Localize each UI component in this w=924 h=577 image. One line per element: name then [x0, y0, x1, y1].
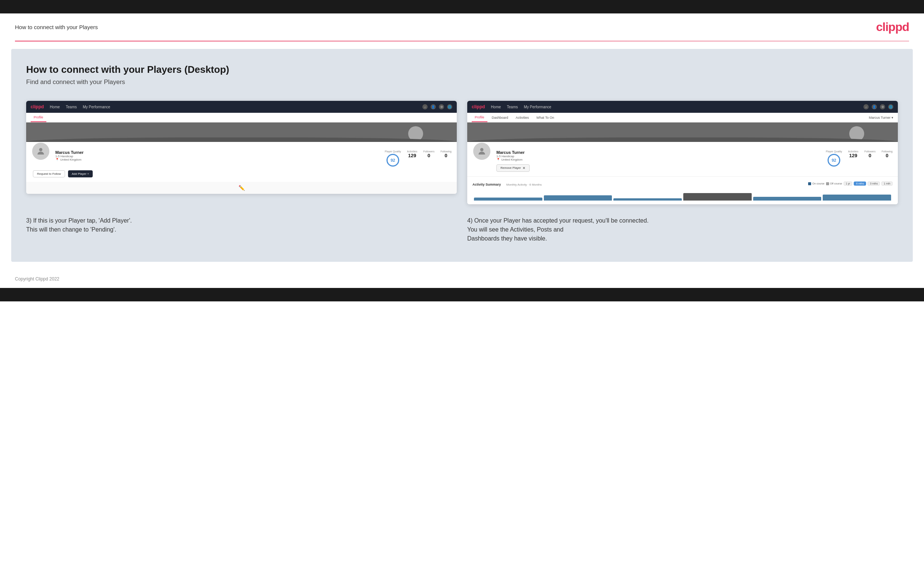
top-bar — [0, 0, 924, 13]
footer-copyright: Copyright Clippd 2022 — [15, 276, 60, 282]
screenshot-1-col: clippd Home Teams My Performance ⌕ 👤 ⚙ 🌐… — [26, 101, 457, 204]
mock-logo-1: clippd — [31, 104, 44, 110]
quality-circle-2: 92 — [827, 154, 840, 166]
mock-stat-followers-1: Followers 0 — [423, 150, 435, 158]
filter-1yr[interactable]: 1 yr — [844, 182, 853, 185]
add-player-button[interactable]: Add Player + — [68, 170, 93, 177]
settings-icon-2: ⚙ — [880, 104, 885, 110]
user-icon-1: 👤 — [431, 104, 436, 110]
player-handicap-1: 1-5 Handicap — [55, 155, 84, 158]
mock-tab-activities-2[interactable]: Activities — [513, 113, 532, 122]
close-icon-remove: ✕ — [523, 166, 525, 170]
player-handicap-2: 1-5 Handicap — [496, 155, 530, 158]
player-country-1: 📍 United Kingdom — [55, 158, 84, 161]
mock-browser-2: clippd Home Teams My Performance ⌕ 👤 ⚙ 🌐… — [467, 101, 898, 204]
mock-avatar-wrap-1: Marcus Turner 1-5 Handicap 📍 United King… — [31, 142, 452, 166]
filter-6mths[interactable]: 6 mths — [854, 182, 866, 185]
mock-tab-profile-2[interactable]: Profile — [472, 113, 488, 122]
on-course-dot — [808, 182, 811, 185]
filter-1mth[interactable]: 1 mth — [881, 182, 893, 185]
mock-stat-following-1: Following 0 — [440, 150, 452, 158]
chart-bar-6 — [823, 195, 891, 201]
chart-bar-5 — [753, 197, 822, 201]
mock-buttons-row-1: Request to Follow Add Player + — [33, 170, 452, 177]
header-logo: clippd — [876, 20, 909, 34]
player-country-2: 📍 United Kingdom — [496, 158, 530, 161]
mock-nav-icons-2: ⌕ 👤 ⚙ 🌐 — [863, 104, 893, 110]
location-icon-1: 📍 — [55, 158, 59, 161]
settings-icon-1: ⚙ — [439, 104, 444, 110]
mock-nav-2: clippd Home Teams My Performance ⌕ 👤 ⚙ 🌐 — [467, 101, 898, 113]
request-follow-button[interactable]: Request to Follow — [33, 170, 65, 177]
description-col-1: 3) If this is your Player tap, 'Add Play… — [26, 216, 457, 243]
header: How to connect with your Players clippd — [0, 13, 924, 41]
mock-stat-quality-1: Player Quality 92 — [384, 150, 401, 166]
quality-circle-1: 92 — [386, 154, 399, 166]
mock-player-info-1: Marcus Turner 1-5 Handicap 📍 United King… — [55, 142, 84, 161]
remove-player-button[interactable]: Remove Player ✕ — [496, 164, 530, 172]
mock-tab-profile-1[interactable]: Profile — [31, 113, 46, 122]
screenshot-2-col: clippd Home Teams My Performance ⌕ 👤 ⚙ 🌐… — [467, 101, 898, 204]
mock-nav-1: clippd Home Teams My Performance ⌕ 👤 ⚙ 🌐 — [26, 101, 457, 113]
screenshots-row: clippd Home Teams My Performance ⌕ 👤 ⚙ 🌐… — [26, 101, 898, 204]
mock-stat-activities-1: Activities 129 — [407, 150, 418, 158]
page-subheading: Find and connect with your Players — [26, 79, 898, 86]
bottom-bar — [0, 288, 924, 301]
chart-bar-3 — [613, 198, 682, 201]
globe-icon-1: 🌐 — [447, 104, 452, 110]
mock-tab-dashboard-2[interactable]: Dashboard — [489, 113, 511, 122]
avatar-1 — [31, 142, 50, 161]
mock-stat-quality-2: Player Quality 92 — [826, 150, 842, 166]
location-icon-2: 📍 — [496, 158, 500, 161]
mock-stat-following-2: Following 0 — [881, 150, 893, 158]
mock-activity-header-2: Activity Summary Monthly Activity · 6 Mo… — [472, 181, 893, 187]
chart-bar-1 — [474, 198, 542, 201]
chart-bar-2 — [544, 195, 612, 201]
svg-point-1 — [480, 148, 484, 151]
mock-nav-myperformance-1: My Performance — [82, 105, 110, 109]
off-course-dot — [826, 182, 829, 185]
mock-nav-home-1: Home — [50, 105, 60, 109]
mock-avatar-wrap-2: Marcus Turner 1-5 Handicap 📍 United King… — [472, 142, 893, 172]
filter-3mths[interactable]: 3 mths — [867, 182, 880, 185]
player-name-2: Marcus Turner — [496, 150, 530, 155]
mock-browser-1: clippd Home Teams My Performance ⌕ 👤 ⚙ 🌐… — [26, 101, 457, 194]
activity-title: Activity Summary — [472, 183, 501, 186]
wand-icon-1: ✏️ — [239, 185, 245, 191]
mock-tab-right-2: Marcus Turner ▾ — [869, 116, 893, 119]
mock-tabs-1: Profile — [26, 113, 457, 122]
mock-logo-2: clippd — [472, 104, 485, 110]
mock-nav-teams-1: Teams — [66, 105, 77, 109]
activity-subtitle: Monthly Activity · 6 Months — [506, 183, 542, 186]
chart-bar-4 — [683, 193, 752, 201]
avatar-2 — [472, 142, 491, 161]
header-divider — [15, 41, 909, 42]
main-content: How to connect with your Players (Deskto… — [11, 49, 913, 262]
player-name-1: Marcus Turner — [55, 150, 84, 155]
header-title: How to connect with your Players — [15, 24, 98, 30]
activity-chart — [472, 190, 893, 201]
mock-tab-whattoon-2[interactable]: What To On — [533, 113, 557, 122]
mock-player-info-2: Marcus Turner 1-5 Handicap 📍 United King… — [496, 142, 530, 172]
mock-nav-icons-1: ⌕ 👤 ⚙ 🌐 — [422, 104, 452, 110]
activity-filters: On course Off course 1 yr 6 mths 3 mths … — [808, 182, 893, 185]
mock-nav-myperformance-2: My Performance — [524, 105, 551, 109]
mock-stat-activities-2: Activities 129 — [848, 150, 859, 158]
svg-point-0 — [39, 148, 43, 151]
mock-profile-section-2: Marcus Turner 1-5 Handicap 📍 United King… — [467, 142, 898, 176]
legend-on-course: On course — [808, 182, 824, 185]
description-col-2: 4) Once your Player has accepted your re… — [467, 216, 898, 243]
mock-profile-section-1: Marcus Turner 1-5 Handicap 📍 United King… — [26, 142, 457, 182]
globe-icon-2: 🌐 — [888, 104, 893, 110]
mock-nav-home-2: Home — [491, 105, 501, 109]
mock-tabs-2: Profile Dashboard Activities What To On … — [467, 113, 898, 122]
descriptions-row: 3) If this is your Player tap, 'Add Play… — [26, 216, 898, 243]
description-text-1: 3) If this is your Player tap, 'Add Play… — [26, 216, 457, 234]
mock-bottom-area-1: ✏️ — [26, 182, 457, 194]
mock-nav-teams-2: Teams — [507, 105, 518, 109]
page-heading: How to connect with your Players (Deskto… — [26, 64, 898, 76]
user-icon-2: 👤 — [872, 104, 877, 110]
mock-stat-followers-2: Followers 0 — [864, 150, 876, 158]
description-text-2: 4) Once your Player has accepted your re… — [467, 216, 898, 243]
mock-activity-section-2: Activity Summary Monthly Activity · 6 Mo… — [467, 176, 898, 204]
